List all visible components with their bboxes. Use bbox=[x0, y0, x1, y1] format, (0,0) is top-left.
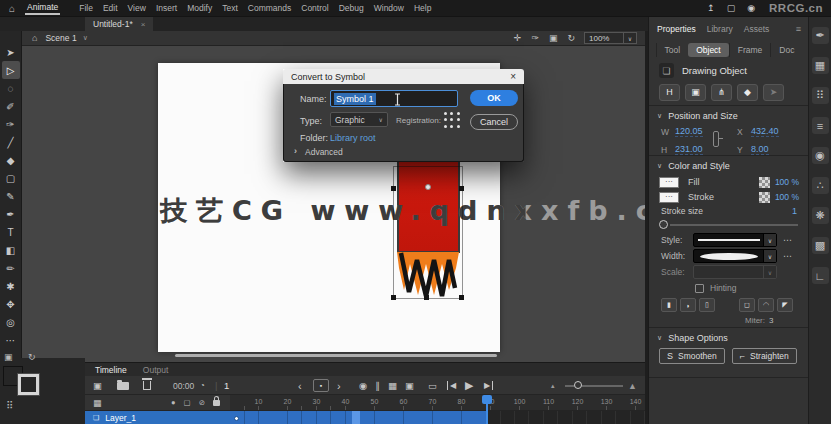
step-back-icon[interactable]: ◀ bbox=[447, 376, 456, 395]
cap-round-button[interactable]: ◗ bbox=[680, 298, 696, 312]
straighten-button[interactable]: ⌐ Straighten bbox=[732, 348, 797, 364]
timeline-tab[interactable]: Output bbox=[143, 365, 169, 375]
stroke-color-swatch[interactable]: ··· bbox=[659, 192, 679, 203]
new-folder-icon[interactable] bbox=[117, 376, 129, 395]
scale-dropdown[interactable]: ∨ bbox=[693, 265, 777, 279]
clip-content-icon[interactable]: ▣ bbox=[544, 33, 563, 43]
outline-all-layers-icon[interactable]: ▢ bbox=[184, 398, 191, 407]
lock-all-layers-icon[interactable] bbox=[213, 400, 220, 406]
classic-brush-tool[interactable]: ✑ bbox=[2, 115, 20, 133]
fragments-panel-icon[interactable]: ▩ bbox=[812, 237, 829, 254]
y-value[interactable]: 8.00 bbox=[751, 144, 769, 155]
timeline-zoom-knob[interactable] bbox=[574, 381, 582, 389]
asset-warp-panel-icon[interactable]: ❋ bbox=[812, 207, 829, 224]
motion-editor-panel-icon[interactable]: ∟ bbox=[812, 267, 829, 284]
chevron-down-icon[interactable]: ∨ bbox=[657, 334, 662, 342]
dialog-title-bar[interactable]: Convert to Symbol × bbox=[283, 69, 524, 84]
layer-frames-empty[interactable] bbox=[486, 411, 645, 424]
onion-outlines-icon[interactable]: ∥ bbox=[371, 380, 384, 391]
layer-name-cell[interactable]: ❏ Layer_1 bbox=[85, 411, 230, 424]
property-subtab[interactable]: Frame bbox=[729, 43, 771, 57]
timeline-tab[interactable]: Timeline bbox=[95, 365, 127, 375]
loop-icon[interactable]: ▭ bbox=[428, 376, 437, 395]
panel-menu-icon[interactable]: ≡ bbox=[796, 24, 801, 34]
advanced-expander-icon[interactable]: › bbox=[294, 146, 297, 156]
selection-handle-mid-left[interactable] bbox=[391, 186, 396, 191]
camera-icon[interactable]: ▣ bbox=[401, 380, 418, 391]
draw-outlines-icon[interactable]: ✑ bbox=[526, 33, 544, 43]
dialog-close-icon[interactable]: × bbox=[510, 71, 516, 82]
stroke-style-dropdown[interactable]: ∨ bbox=[693, 233, 777, 247]
cap-square-button[interactable]: ▯ bbox=[699, 298, 715, 312]
w-value[interactable]: 120.05 bbox=[675, 126, 703, 137]
join-round-button[interactable]: ◠ bbox=[758, 298, 774, 312]
selection-handle-bottom-mid[interactable] bbox=[424, 295, 429, 300]
close-tab-icon[interactable]: × bbox=[141, 20, 146, 29]
snapshot-icon[interactable]: ▣ bbox=[4, 352, 13, 362]
chevron-down-icon[interactable]: ∨ bbox=[657, 162, 662, 170]
dropdown-caret-icon[interactable]: ∨ bbox=[763, 234, 776, 246]
menu-item[interactable]: Window bbox=[369, 1, 409, 15]
center-frame-icon[interactable]: ✛ bbox=[509, 33, 527, 43]
h-value[interactable]: 231.00 bbox=[675, 144, 703, 155]
menu-item[interactable]: File bbox=[74, 1, 98, 15]
selection-tool[interactable]: ➤ bbox=[2, 43, 20, 61]
share-icon[interactable]: ↥ bbox=[701, 3, 721, 13]
dropdown-caret-icon[interactable]: ∨ bbox=[763, 250, 776, 262]
zoom-tool[interactable]: ◎ bbox=[2, 313, 20, 331]
selection-handle-bottom-left[interactable] bbox=[391, 295, 396, 300]
edit-multiple-frames-icon[interactable]: ▦ bbox=[384, 380, 401, 391]
symbol-type-dropdown[interactable]: Graphic ∨ bbox=[330, 112, 388, 127]
width-profile-dropdown[interactable]: ∨ bbox=[693, 249, 777, 263]
menu-item[interactable]: View bbox=[123, 1, 151, 15]
join-bevel-button[interactable]: ◤ bbox=[777, 298, 793, 312]
stroke-size-slider[interactable] bbox=[649, 219, 809, 231]
slider-knob[interactable] bbox=[659, 220, 668, 229]
keyframe-dot[interactable] bbox=[234, 416, 239, 421]
folder-link[interactable]: Library root bbox=[330, 133, 376, 143]
registration-grid[interactable] bbox=[444, 112, 461, 129]
flip-horizontal-button[interactable]: H bbox=[659, 84, 680, 101]
slider-track[interactable] bbox=[670, 224, 798, 226]
document-tab[interactable]: Untitled-1* × bbox=[85, 17, 153, 31]
break-apart-button[interactable]: ⋔ bbox=[711, 84, 732, 101]
subselection-tool[interactable]: ▷ bbox=[2, 61, 20, 79]
eraser-tool[interactable]: ◆ bbox=[2, 151, 20, 169]
rotation-icon[interactable]: ↻ bbox=[562, 33, 580, 43]
play-icon[interactable]: ▶ bbox=[465, 376, 473, 395]
align-panel-icon[interactable]: ⠿ bbox=[812, 87, 829, 104]
expand-to-fill-button[interactable]: ▣ bbox=[685, 84, 706, 101]
rectangle-tool[interactable]: ▢ bbox=[2, 169, 20, 187]
edit-object-button[interactable]: ➤ bbox=[763, 84, 784, 101]
onion-skin-icon[interactable]: ◉ bbox=[355, 380, 371, 391]
color-grid-icon[interactable]: ⠿ bbox=[6, 400, 13, 411]
hand-tool[interactable]: ✥ bbox=[2, 295, 20, 313]
maximize-icon[interactable]: ▢ bbox=[721, 3, 742, 13]
style-options-icon[interactable]: ⋯ bbox=[783, 235, 792, 245]
panel-tab[interactable]: Assets bbox=[744, 24, 770, 34]
swatches-panel-icon[interactable]: ▦ bbox=[812, 57, 829, 74]
stroke-opacity-value[interactable]: 100 % bbox=[775, 192, 799, 202]
chevron-down-icon[interactable]: ∨ bbox=[657, 112, 662, 120]
scene-name[interactable]: Scene 1 bbox=[45, 33, 76, 43]
next-keyframe-icon[interactable]: › bbox=[337, 376, 341, 395]
layer-row[interactable]: ❏ Layer_1 bbox=[85, 411, 645, 424]
scene-home-icon[interactable]: ⌂ bbox=[32, 33, 37, 43]
cap-flat-button[interactable]: ▮ bbox=[661, 298, 677, 312]
stage-zoom-caret-icon[interactable]: ∨ bbox=[624, 32, 637, 44]
text-tool[interactable]: T bbox=[2, 223, 20, 241]
smoothen-button[interactable]: S Smoothen bbox=[659, 348, 725, 364]
link-wh-icon[interactable] bbox=[713, 131, 719, 147]
step-forward-icon[interactable]: ▶ bbox=[484, 376, 493, 395]
previous-keyframe-icon[interactable]: ‹ bbox=[298, 376, 302, 395]
menu-item[interactable]: Insert bbox=[151, 1, 182, 15]
menu-item[interactable]: Edit bbox=[98, 1, 123, 15]
horizontal-scrollbar[interactable] bbox=[175, 354, 497, 357]
lasso-tool[interactable]: ◌ bbox=[2, 79, 20, 97]
insert-marker-button[interactable]: ▪ bbox=[313, 376, 329, 395]
app-home-icon[interactable]: ⌂ bbox=[9, 3, 15, 14]
property-subtab[interactable]: Doc bbox=[770, 43, 802, 57]
more-tools[interactable]: ⋯ bbox=[2, 331, 20, 349]
menu-item[interactable]: Control bbox=[296, 1, 333, 15]
layers-panel-icon[interactable]: ≡ bbox=[812, 117, 829, 134]
